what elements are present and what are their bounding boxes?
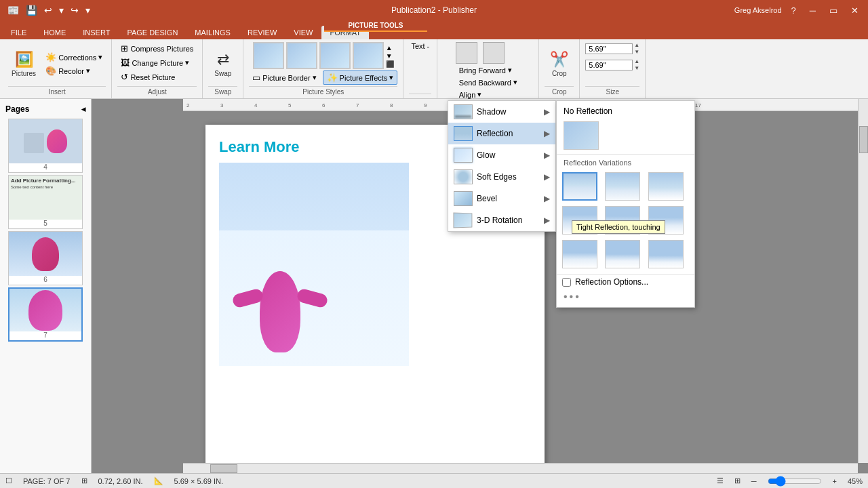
width-input[interactable]: 5.69" [585,43,633,54]
style-more[interactable]: ⬛ [386,60,394,68]
ribbon-group-adjust: ⊞ Compress Pictures 🖼 Change Picture▾ ↺ … [112,39,203,98]
shadow-menu-item[interactable]: Shadow ▶ [448,101,555,123]
tab-mailings[interactable]: MAILINGS [186,26,239,39]
reflection-label: Reflection [477,129,513,138]
3d-rotation-arrow-icon: ▶ [544,216,550,225]
undo-dropdown-icon[interactable]: ▾ [57,3,66,17]
reflection-options-checkbox[interactable] [562,278,571,287]
reset-picture-button[interactable]: ↺ Reset Picture [117,70,178,83]
help-icon[interactable]: ? [787,4,800,17]
svg-text:4: 4 [254,102,258,108]
swap-button[interactable]: ⇄ Swap [210,49,237,79]
reflection-options-label: Reflection Options... [575,277,648,287]
master-page-icon[interactable]: ⊞ [734,476,741,485]
style-scroll-down[interactable]: ▼ [386,52,394,60]
close-icon[interactable]: ✕ [847,4,863,17]
reflection-options-item[interactable]: Reflection Options... [557,274,694,289]
shadow-arrow-icon: ▶ [544,107,550,117]
reflection-thumb-3-3[interactable] [648,240,684,268]
change-picture-button[interactable]: 🖼 Change Picture▾ [117,56,193,69]
no-reflection-thumb[interactable] [564,121,599,150]
normal-view-icon[interactable]: ☰ [717,476,724,485]
size-group-content: 5.69" ▲▼ 5.69" ▲▼ [585,42,639,86]
ribbon-tab-bar: FILE HOME INSERT PAGE DESIGN MAILINGS RE… [0,20,868,39]
no-reflection-preview-row [557,119,694,152]
title-bar-right: Greg Akselrod ? ─ ▭ ✕ [734,4,863,17]
glow-menu-item[interactable]: Glow ▶ [448,144,555,166]
glow-arrow-icon: ▶ [544,150,550,160]
picture-styles-group-label: Picture Styles [249,86,397,96]
bring-forward-button[interactable]: Bring Forward▾ [456,64,515,76]
bevel-preview [454,191,473,206]
3d-rotation-menu-item[interactable]: 3-D Rotation ▶ [448,209,555,231]
scrollbar-horizontal[interactable] [183,463,858,473]
pages-panel-title: Pages [5,104,29,114]
reflection-thumb-1-3[interactable] [648,172,684,201]
page-4-label: 4 [43,163,47,171]
restore-icon[interactable]: ▭ [825,4,842,17]
undo-icon[interactable]: ↩ [42,3,54,17]
zoom-slider-right[interactable]: + [833,477,837,485]
reflection-preview [454,126,473,141]
recolor-button[interactable]: 🎨 Recolor▾ [42,64,106,77]
no-reflection-option[interactable]: No Reflection [557,104,694,119]
corrections-button[interactable]: ☀️ Corrections▾ [42,51,106,64]
tab-review[interactable]: REVIEW [239,26,285,39]
height-spin[interactable]: ▲▼ [634,58,639,72]
compress-pictures-button[interactable]: ⊞ Compress Pictures [117,42,197,55]
style-scroll-up[interactable]: ▲ [386,44,394,52]
tab-page-design[interactable]: PAGE DESIGN [119,26,186,39]
soft-edges-menu-item[interactable]: Soft Edges ▶ [448,166,555,188]
zoom-slider[interactable] [768,476,822,487]
picture-style-4[interactable] [353,42,384,69]
minimize-icon[interactable]: ─ [806,4,820,17]
insert-group-label: Insert [8,86,106,96]
reflection-menu-item[interactable]: Reflection ▶ [448,123,555,144]
tab-view[interactable]: VIEW [285,26,321,39]
pictures-button[interactable]: 🖼️ Pictures [8,49,39,79]
page-thumb-7-inner [9,289,81,331]
picture-effects-button[interactable]: ✨ Picture Effects▾ [323,70,398,85]
scroll-thumb-v[interactable] [859,126,868,153]
reflection-thumb-3-1[interactable] [562,240,597,268]
dot-3: • [575,291,579,303]
scrollbar-vertical[interactable] [858,99,868,463]
no-reflection-label: No Reflection [564,106,612,116]
wrap-text-button[interactable] [483,42,505,64]
tab-home[interactable]: HOME [35,26,74,39]
picture-effects-dropdown: Shadow ▶ Reflection ▶ Glow ▶ Soft Edges … [448,100,556,232]
width-spin[interactable]: ▲▼ [634,42,639,56]
customize-qa-icon[interactable]: ▾ [83,3,92,17]
svg-text:9: 9 [424,102,427,108]
picture-border-button[interactable]: ▭ Picture Border▾ [249,71,319,84]
pages-panel-collapse[interactable]: ◂ [81,104,85,114]
page-icon: ☐ [5,476,12,485]
reflection-thumb-1-1[interactable] [562,172,597,201]
arrange-thumbnails-button[interactable] [456,42,477,64]
save-icon[interactable]: 💾 [24,3,39,17]
height-input[interactable]: 5.69" [585,60,633,70]
zoom-slider-left[interactable]: ─ [751,477,757,485]
main-layout: Pages ◂ 4 Add Picture Formatting... Some [0,99,868,473]
tab-file[interactable]: FILE [3,26,35,39]
bevel-menu-item[interactable]: Bevel ▶ [448,188,555,209]
size-icon: 📐 [154,476,163,485]
page-thumb-6[interactable]: 6 [8,231,83,285]
send-backward-button[interactable]: Send Backward▾ [456,77,521,88]
reflection-variations-title: Reflection Variations [557,156,694,169]
page-thumb-5[interactable]: Add Picture Formatting... Some text cont… [8,175,83,229]
scroll-thumb-h[interactable] [210,464,237,473]
reflection-thumb-3-2[interactable] [605,240,640,268]
tab-insert[interactable]: INSERT [75,26,118,39]
page-thumb-7[interactable]: 7 [8,287,83,342]
ribbon-area: PICTURE TOOLS FILE HOME INSERT PAGE DESI… [0,20,868,39]
crop-button[interactable]: ✂️ Crop [546,49,573,79]
picture-style-2[interactable] [286,42,317,69]
picture-style-1[interactable] [253,42,284,69]
reflection-thumb-1-2[interactable] [605,172,640,201]
position-icon: ⊞ [81,476,87,485]
title-bar: 📰 💾 ↩ ▾ ↪ ▾ Publication2 - Publisher Gre… [0,0,868,20]
page-thumb-4[interactable]: 4 [8,119,83,173]
picture-style-3[interactable] [319,42,351,69]
redo-icon[interactable]: ↪ [68,3,81,17]
